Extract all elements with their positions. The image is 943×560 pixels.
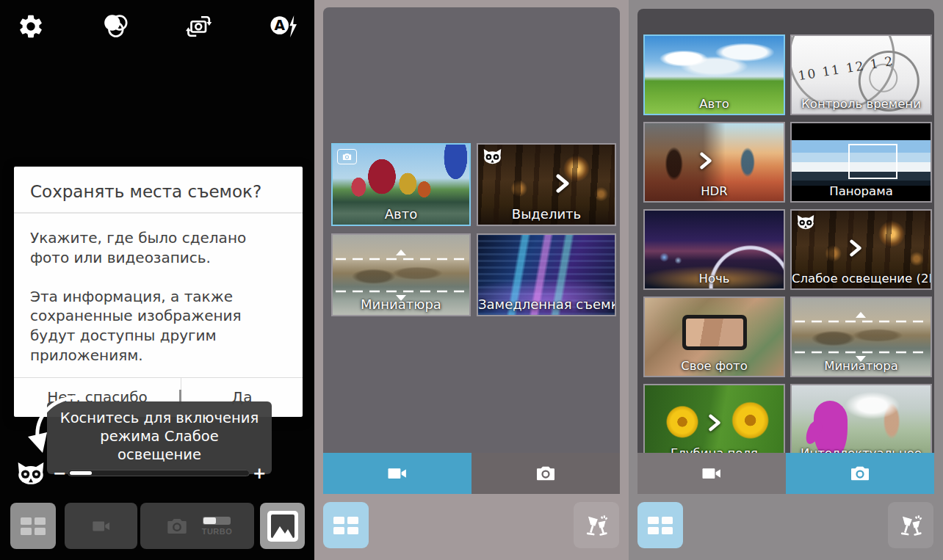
svg-text:A: A (274, 18, 285, 33)
mode-label: Авто (645, 97, 784, 111)
camera-bottom-bar: TURBO (0, 503, 314, 549)
owl-icon (16, 462, 46, 488)
tab-photo[interactable] (472, 453, 620, 494)
mode-tile-miniature[interactable]: Миниатюра (790, 297, 932, 377)
turbo-switch-icon (203, 517, 231, 525)
tab-photo[interactable] (786, 453, 934, 494)
party-mode-button[interactable] (574, 502, 619, 548)
mode-label: Выделить (478, 206, 615, 222)
video-modes-grid: Авто Выделить Мини (331, 143, 616, 316)
shutter-button[interactable]: TURBO (140, 503, 254, 549)
owl-badge-icon (483, 149, 502, 167)
record-video-button[interactable] (65, 503, 137, 549)
dialog-title: Сохранять места съемок? (14, 167, 303, 212)
owl-badge-icon (796, 215, 815, 233)
zoom-slider[interactable] (68, 470, 250, 476)
mode-label: Слабое освещение (2M) (792, 272, 931, 286)
mode-label: Авто (333, 206, 469, 222)
dialog-body-paragraph: Укажите, где было сделано фото или видео… (30, 228, 286, 268)
mode-label: Миниатюра (333, 297, 469, 312)
mode-tile-panorama[interactable]: Панорама (790, 122, 932, 203)
zoom-slider-thumb[interactable] (70, 471, 92, 475)
mode-label: Панорама (792, 184, 931, 198)
grid-icon (333, 517, 358, 534)
zoom-control: − + (0, 461, 314, 490)
capture-tabs (637, 453, 934, 494)
chevron-right-icon (699, 152, 712, 172)
mode-tile-highlight[interactable]: Выделить (477, 143, 616, 226)
modes-grid-button[interactable] (323, 502, 369, 548)
mode-label: Контроль времени (792, 97, 931, 111)
mode-tile-time-rewind[interactable]: Контроль времени (790, 34, 932, 115)
mode-tile-slow-motion[interactable]: Замедленная съемка (477, 233, 616, 316)
chevron-right-icon (849, 239, 862, 260)
camera-topbar: A (0, 7, 314, 46)
tooltip-line: режима Слабое (54, 428, 264, 446)
mode-tile-low-light[interactable]: Слабое освещение (2M) (790, 209, 932, 290)
chevron-right-icon (708, 414, 721, 434)
mode-tile-auto[interactable]: Авто (643, 34, 785, 115)
party-glasses-icon (584, 514, 609, 537)
phone-frame-icon (682, 315, 747, 350)
modes-grid-button[interactable] (10, 503, 56, 549)
turbo-label: TURBO (202, 527, 233, 536)
mode-label: Ночь (645, 272, 784, 286)
capture-tabs (323, 453, 620, 494)
grid-icon (21, 517, 46, 535)
flash-auto-icon[interactable]: A (267, 10, 300, 43)
gallery-button[interactable] (260, 503, 305, 549)
dialog-body: Укажите, где было сделано фото или видео… (14, 214, 303, 377)
curved-arrow-icon (9, 391, 82, 462)
camera-app-screens: A Сохранять места съемок? Укажите, где б… (0, 0, 943, 560)
mode-tile-miniature[interactable]: Миниатюра (331, 233, 471, 316)
tooltip-line: Коснитесь для включения (54, 410, 264, 428)
chevron-right-icon (555, 174, 570, 196)
mode-label: Свое фото (645, 359, 784, 373)
mode-label: HDR (645, 184, 784, 198)
turbo-toggle[interactable]: TURBO (202, 517, 233, 536)
dialog-body-paragraph: Эта информация, а также сохраненные изоб… (30, 287, 286, 366)
mode-tile-selfie[interactable]: Свое фото (643, 297, 785, 377)
video-modes-panel: Авто Выделить Мини (314, 0, 629, 560)
mode-tile-night[interactable]: Ночь (643, 209, 785, 290)
photo-modes-panel: Авто Контроль времени HDR Панорама Ноч (629, 0, 943, 560)
grid-icon (648, 517, 673, 534)
mode-tile-hdr[interactable]: HDR (643, 122, 785, 203)
mode-label: Миниатюра (792, 359, 931, 373)
mode-tile-auto[interactable]: Авто (331, 143, 471, 226)
photo-modes-grid: Авто Контроль времени HDR Панорама Ноч (643, 34, 932, 465)
tab-video[interactable] (637, 453, 786, 494)
party-glasses-icon (898, 514, 923, 537)
party-mode-button[interactable] (888, 502, 933, 548)
save-location-dialog: Сохранять места съемок? Укажите, где был… (14, 167, 303, 417)
zoom-out-label[interactable]: − (53, 465, 66, 481)
camera-badge-icon (337, 149, 357, 164)
mode-label: Замедленная съемка (478, 297, 615, 312)
settings-gear-icon[interactable] (15, 10, 47, 43)
zoom-in-label[interactable]: + (253, 465, 266, 481)
modes-grid-button[interactable] (637, 502, 683, 548)
camera-switch-icon[interactable] (183, 10, 215, 43)
gallery-icon (267, 511, 298, 542)
camera-icon (162, 514, 192, 539)
panorama-frame-icon (848, 144, 897, 180)
viewfinder-panel: A Сохранять места съемок? Укажите, где б… (0, 0, 314, 560)
white-balance-icon[interactable] (99, 10, 131, 43)
tab-video[interactable] (323, 453, 472, 494)
